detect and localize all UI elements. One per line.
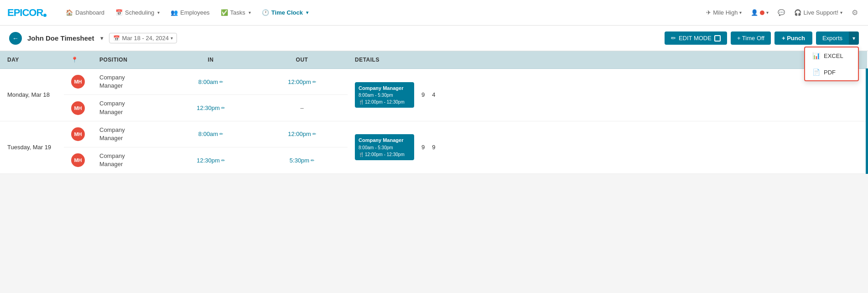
table-header-row: DAY 📍 Position IN OUT DETAILS — [0, 51, 867, 69]
hours-scheduled: 9 — [418, 144, 425, 151]
calendar-icon: 📅 — [115, 9, 123, 16]
out-cell: 12:00pm✏ — [256, 69, 348, 95]
edit-pencil-icon[interactable]: ✏ — [312, 131, 316, 136]
back-button[interactable]: ← — [9, 32, 22, 45]
out-cell: 12:00pm✏ — [256, 121, 348, 147]
edit-pencil-icon[interactable]: ✏ — [221, 105, 225, 110]
hours-scheduled: 9 — [418, 91, 425, 98]
checkbox-icon — [714, 35, 721, 42]
timesheet-title: John Doe Timesheet — [27, 34, 94, 42]
edit-pencil-icon[interactable]: ✏ — [219, 131, 223, 136]
edit-pencil-icon[interactable]: ✏ — [221, 158, 225, 163]
chevron-down-icon: ▾ — [157, 10, 160, 15]
nav-item-dashboard[interactable]: 🏠 Dashboard — [61, 6, 109, 19]
position-cell: CompanyManager — [92, 121, 165, 147]
subheader: ← John Doe Timesheet ▾ 📅 Mar 18 - 24, 20… — [0, 26, 868, 51]
day-cell: Tuesday, Mar 19 — [0, 121, 64, 173]
top-navigation: EPICOR 🏠 Dashboard 📅 Scheduling ▾ 👥 Empl… — [0, 0, 868, 26]
schedule-card: Company Manager 8:00am - 5:30pm 🍴12:00pm… — [355, 82, 414, 108]
mh-badge: MH — [71, 101, 85, 115]
timesheet-table-container: DAY 📍 Position IN OUT DETAILS — [0, 51, 868, 174]
chevron-down-icon: ▾ — [249, 10, 251, 15]
badge-cell: MH — [64, 69, 92, 95]
exports-dropdown: 📊 EXCEL 📄 PDF — [804, 47, 859, 81]
out-cell: 5:30pm✏ — [256, 147, 348, 173]
punch-button[interactable]: + Punch — [774, 31, 812, 45]
live-support-button[interactable]: 🎧 Live Support! ▾ — [791, 7, 845, 18]
chevron-down-icon: ▾ — [171, 36, 173, 41]
position-cell: CompanyManager — [92, 69, 165, 95]
badge-cell: MH — [64, 95, 92, 121]
notification-dot — [760, 10, 764, 15]
mh-badge: MH — [71, 75, 85, 89]
nav-item-time-clock[interactable]: 🕐 Time Clock ▾ — [257, 6, 313, 19]
timesheet-table: DAY 📍 Position IN OUT DETAILS — [0, 51, 868, 174]
col-header-in: IN — [165, 51, 256, 69]
hours-worked: 4 — [428, 91, 435, 98]
in-cell: 12:30pm✏ — [165, 95, 256, 121]
time-off-button[interactable]: + Time Off — [731, 31, 771, 45]
exports-caret-button[interactable]: ▾ — [849, 31, 859, 45]
nav-item-employees[interactable]: 👥 Employees — [166, 6, 214, 19]
messages-button[interactable]: 💬 — [775, 7, 788, 18]
col-header-position: Position — [92, 51, 165, 69]
out-cell: – — [256, 95, 348, 121]
settings-button[interactable]: ⚙ — [849, 6, 861, 19]
pdf-icon: 📄 — [812, 68, 820, 76]
nav-item-tasks[interactable]: ✅ Tasks ▾ — [216, 6, 255, 19]
calendar-icon: 📅 — [113, 35, 120, 42]
edit-pencil-icon[interactable]: ✏ — [311, 158, 314, 163]
user-icon: 👤 — [751, 9, 758, 16]
exports-group: Exports ▾ 📊 EXCEL 📄 PDF — [816, 31, 859, 45]
col-header-day: DAY — [0, 51, 64, 69]
hours-worked: 9 — [428, 144, 435, 151]
date-range-selector[interactable]: 📅 Mar 18 - 24, 2024 ▾ — [109, 33, 177, 43]
table-body: Monday, Mar 18MHCompanyManager8:00am✏12:… — [0, 69, 867, 174]
mh-badge: MH — [71, 127, 85, 141]
badge-cell: MH — [64, 121, 92, 147]
tasks-icon: ✅ — [221, 9, 228, 16]
home-icon: 🏠 — [66, 9, 73, 16]
support-icon: 🎧 — [794, 9, 801, 16]
exports-excel-item[interactable]: 📊 EXCEL — [805, 47, 858, 64]
in-cell: 8:00am✏ — [165, 121, 256, 147]
nav-right: ✈ Mile High ▾ 👤 ▾ 💬 🎧 Live Support! ▾ ⚙ — [703, 6, 861, 19]
edit-pencil-icon[interactable]: ✏ — [312, 79, 316, 84]
location-icon: ✈ — [706, 9, 711, 16]
table-row: Tuesday, Mar 19MHCompanyManager8:00am✏12… — [0, 121, 867, 147]
edit-pencil-icon[interactable]: ✏ — [219, 79, 223, 84]
mh-badge: MH — [71, 153, 85, 167]
position-cell: CompanyManager — [92, 95, 165, 121]
table-row: Monday, Mar 18MHCompanyManager8:00am✏12:… — [0, 69, 867, 95]
col-header-out: OUT — [256, 51, 348, 69]
schedule-card: Company Manager 8:00am - 5:30pm 🍴12:00pm… — [355, 134, 414, 160]
chevron-down-icon: ▾ — [739, 10, 742, 15]
message-icon: 💬 — [778, 9, 785, 16]
gear-icon: ⚙ — [852, 8, 858, 17]
details-cell: Company Manager 8:00am - 5:30pm 🍴12:00pm… — [348, 121, 867, 173]
pencil-icon: ✏ — [671, 35, 676, 42]
exports-button[interactable]: Exports — [816, 31, 849, 45]
day-cell: Monday, Mar 18 — [0, 69, 64, 121]
nav-item-scheduling[interactable]: 📅 Scheduling ▾ — [111, 6, 164, 19]
chevron-down-icon: ▾ — [306, 10, 308, 15]
col-header-badge: 📍 — [64, 51, 92, 69]
exports-pdf-item[interactable]: 📄 PDF — [805, 64, 858, 80]
chevron-down-icon: ▾ — [766, 10, 769, 15]
subheader-actions: ✏ EDIT MODE + Time Off + Punch Exports ▾… — [665, 31, 859, 45]
edit-mode-button[interactable]: ✏ EDIT MODE — [665, 31, 727, 45]
employees-icon: 👥 — [171, 9, 178, 16]
position-cell: CompanyManager — [92, 147, 165, 173]
time-clock-icon: 🕐 — [262, 9, 269, 16]
location-selector[interactable]: ✈ Mile High ▾ — [703, 7, 744, 18]
in-cell: 8:00am✏ — [165, 69, 256, 95]
timesheet-dropdown[interactable]: ▾ — [100, 35, 104, 42]
user-menu[interactable]: 👤 ▾ — [748, 7, 771, 18]
epicor-logo: EPICOR — [7, 7, 47, 19]
chevron-down-icon: ▾ — [840, 10, 842, 15]
badge-cell: MH — [64, 147, 92, 173]
in-cell: 12:30pm✏ — [165, 147, 256, 173]
details-cell: Company Manager 8:00am - 5:30pm 🍴12:00pm… — [348, 69, 867, 121]
excel-icon: 📊 — [812, 52, 820, 59]
nav-items: 🏠 Dashboard 📅 Scheduling ▾ 👥 Employees ✅… — [61, 6, 703, 19]
